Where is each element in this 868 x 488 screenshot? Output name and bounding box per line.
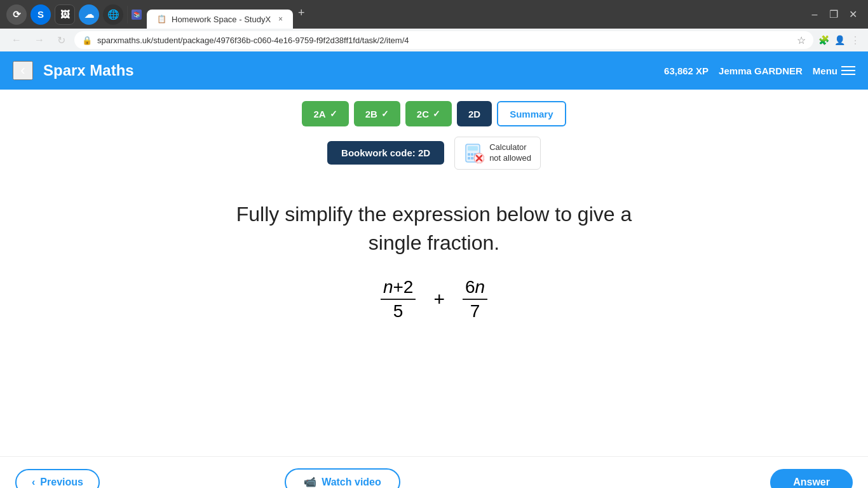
tab-2B-label: 2B [365,109,377,119]
fraction-1: n+2 5 [381,277,416,322]
calculator-icon [464,143,484,163]
bookwork-code: Bookwork code: 2D [327,141,444,165]
back-btn[interactable]: ← [8,32,25,48]
calculator-text: Calculator not allowed [489,142,531,164]
taskbar-app-2[interactable]: S [31,4,51,25]
taskbar-app-1[interactable]: ⟳ [6,4,27,25]
new-tab-btn[interactable]: + [298,6,305,20]
profile-icon[interactable]: 👤 [834,35,845,45]
watch-video-btn[interactable]: 📹 Watch video [285,468,400,488]
svg-rect-1 [468,146,478,151]
studyx-favicon: 📚 [132,10,142,20]
tab-title: Homework Space - StudyX [172,15,271,24]
task-tabs: 2A ✓ 2B ✓ 2C ✓ 2D Summary [302,90,566,126]
separator [127,6,128,24]
question-area: Fully simplify the expression below to g… [212,200,656,456]
close-btn[interactable]: ✕ [844,6,862,24]
calculator-badge: Calculator not allowed [454,137,541,170]
calc-line1: Calculator [489,142,531,153]
tab-summary[interactable]: Summary [497,101,566,126]
tab-2A[interactable]: 2A ✓ [302,101,348,126]
tab-summary-label: Summary [510,109,553,119]
hamburger-icon [841,66,855,75]
taskbar-app-3[interactable]: 🖼 [55,4,75,25]
user-name: Jemma GARDNER [719,65,803,76]
tab-2D[interactable]: 2D [457,101,492,126]
menu-btn[interactable]: Menu [813,65,855,76]
tab-2C-label: 2C [417,109,429,119]
tab-2A-label: 2A [313,109,325,119]
app-back-btn[interactable]: ‹ [13,61,33,80]
menu-label: Menu [813,65,837,76]
frac1-numerator: n+2 [381,277,416,300]
answer-btn[interactable]: Answer [770,469,853,489]
svg-rect-2 [468,153,470,156]
bottom-bar: ‹ Previous 📹 Watch video Answer [0,456,868,488]
header-right: 63,862 XP Jemma GARDNER Menu [664,65,855,76]
taskbar-app-4[interactable]: ☁ [79,4,99,25]
taskbar-app-5[interactable]: 🌐 [103,4,123,25]
app-logo: Sparx Maths [43,62,134,79]
bookwork-row: Bookwork code: 2D [327,137,541,170]
forward-btn[interactable]: → [31,32,48,48]
tab-2C-check: ✓ [433,109,440,119]
calc-line2: not allowed [489,153,531,164]
address-bar[interactable]: 🔒 sparxmaths.uk/student/package/4976f36b… [74,31,813,49]
window-controls: – ❐ ✕ [806,6,862,24]
prev-label: Previous [40,477,83,488]
prev-chevron: ‹ [32,477,35,488]
tab-2C[interactable]: 2C ✓ [405,101,452,126]
bookmark-icon[interactable]: ☆ [797,34,806,46]
app-header: ‹ Sparx Maths 63,862 XP Jemma GARDNER Me… [0,51,868,90]
more-options-btn[interactable]: ⋮ [850,34,860,46]
browser-tab[interactable]: 📋 Homework Space - StudyX × [147,10,293,29]
tab-2A-check: ✓ [330,109,337,119]
frac2-denominator: 7 [468,300,483,322]
frac1-denominator: 5 [391,300,406,322]
tab-close-btn[interactable]: × [278,15,283,24]
tab-2D-label: 2D [468,109,480,119]
question-text: Fully simplify the expression below to g… [212,200,656,257]
previous-btn[interactable]: ‹ Previous [15,469,100,489]
tab-2B-check: ✓ [381,109,389,119]
video-icon: 📹 [304,476,316,488]
frac2-numerator: 6n [463,277,487,300]
math-expression: n+2 5 + 6n 7 [212,277,656,322]
tab-2B[interactable]: 2B ✓ [354,101,400,126]
main-content: 2A ✓ 2B ✓ 2C ✓ 2D Summary Bookwork code:… [0,90,868,456]
watch-label: Watch video [322,477,381,488]
lock-icon: 🔒 [82,36,92,45]
minimize-btn[interactable]: – [806,6,824,24]
reload-btn[interactable]: ↻ [53,32,69,49]
xp-display: 63,862 XP [664,65,709,76]
browser-title-bar: ⟳ S 🖼 ☁ 🌐 📚 📋 Homework Space - StudyX × … [0,0,868,29]
url-text: sparxmaths.uk/student/package/4976f36b-c… [97,36,409,45]
extensions-icon[interactable]: 🧩 [818,35,829,45]
restore-btn[interactable]: ❐ [825,6,843,24]
svg-rect-6 [471,157,473,159]
fraction-2: 6n 7 [463,277,487,322]
svg-rect-3 [471,153,473,156]
plus-sign: + [433,288,445,310]
svg-rect-5 [468,157,470,159]
